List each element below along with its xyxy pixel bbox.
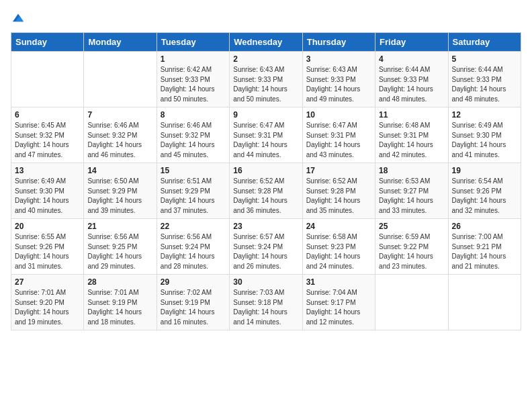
calendar-table: SundayMondayTuesdayWednesdayThursdayFrid… bbox=[11, 32, 521, 330]
day-number: 3 bbox=[306, 54, 371, 64]
calendar-cell: 8Sunrise: 6:46 AMSunset: 9:32 PMDaylight… bbox=[157, 107, 229, 163]
day-info: Sunrise: 6:44 AMSunset: 9:33 PMDaylight:… bbox=[452, 65, 517, 104]
day-number: 9 bbox=[233, 110, 298, 120]
day-info: Sunrise: 6:58 AMSunset: 9:23 PMDaylight:… bbox=[306, 232, 371, 271]
day-info: Sunrise: 6:49 AMSunset: 9:30 PMDaylight:… bbox=[452, 121, 517, 160]
day-info: Sunrise: 6:46 AMSunset: 9:32 PMDaylight:… bbox=[87, 121, 152, 160]
calendar-cell: 14Sunrise: 6:50 AMSunset: 9:29 PMDayligh… bbox=[84, 163, 157, 219]
calendar-cell: 4Sunrise: 6:44 AMSunset: 9:33 PMDaylight… bbox=[375, 52, 448, 107]
column-header-monday: Monday bbox=[84, 33, 157, 52]
day-number: 2 bbox=[233, 54, 298, 64]
column-header-tuesday: Tuesday bbox=[157, 33, 229, 52]
day-info: Sunrise: 6:45 AMSunset: 9:32 PMDaylight:… bbox=[15, 121, 80, 160]
day-info: Sunrise: 6:56 AMSunset: 9:25 PMDaylight:… bbox=[87, 232, 152, 271]
day-info: Sunrise: 6:48 AMSunset: 9:31 PMDaylight:… bbox=[379, 121, 444, 160]
day-number: 14 bbox=[87, 166, 152, 175]
day-info: Sunrise: 6:56 AMSunset: 9:24 PMDaylight:… bbox=[161, 232, 226, 271]
day-number: 8 bbox=[161, 110, 226, 120]
day-number: 26 bbox=[452, 222, 517, 231]
day-info: Sunrise: 6:49 AMSunset: 9:30 PMDaylight:… bbox=[15, 177, 80, 216]
calendar-cell: 20Sunrise: 6:55 AMSunset: 9:26 PMDayligh… bbox=[11, 219, 84, 275]
day-info: Sunrise: 7:01 AMSunset: 9:19 PMDaylight:… bbox=[87, 288, 152, 327]
calendar-cell: 26Sunrise: 7:00 AMSunset: 9:21 PMDayligh… bbox=[448, 219, 521, 275]
day-number: 15 bbox=[161, 166, 226, 175]
day-number: 28 bbox=[87, 277, 152, 287]
day-number: 25 bbox=[379, 222, 444, 231]
calendar-cell bbox=[375, 275, 448, 330]
day-info: Sunrise: 6:44 AMSunset: 9:33 PMDaylight:… bbox=[379, 65, 444, 104]
day-info: Sunrise: 6:46 AMSunset: 9:32 PMDaylight:… bbox=[161, 121, 226, 160]
calendar-cell: 6Sunrise: 6:45 AMSunset: 9:32 PMDaylight… bbox=[11, 107, 84, 163]
calendar-cell: 31Sunrise: 7:04 AMSunset: 9:17 PMDayligh… bbox=[302, 275, 375, 330]
calendar-cell: 23Sunrise: 6:57 AMSunset: 9:24 PMDayligh… bbox=[230, 219, 302, 275]
calendar-cell: 5Sunrise: 6:44 AMSunset: 9:33 PMDaylight… bbox=[448, 52, 521, 107]
column-header-wednesday: Wednesday bbox=[230, 33, 302, 52]
day-number: 16 bbox=[233, 166, 298, 175]
calendar-cell: 1Sunrise: 6:42 AMSunset: 9:33 PMDaylight… bbox=[157, 52, 229, 107]
calendar-cell: 29Sunrise: 7:02 AMSunset: 9:19 PMDayligh… bbox=[157, 275, 229, 330]
calendar-header-row: SundayMondayTuesdayWednesdayThursdayFrid… bbox=[11, 33, 521, 52]
calendar-cell: 28Sunrise: 7:01 AMSunset: 9:19 PMDayligh… bbox=[84, 275, 157, 330]
day-number: 10 bbox=[306, 110, 371, 120]
day-number: 27 bbox=[15, 277, 80, 287]
day-info: Sunrise: 6:52 AMSunset: 9:28 PMDaylight:… bbox=[306, 177, 371, 216]
calendar-cell: 11Sunrise: 6:48 AMSunset: 9:31 PMDayligh… bbox=[375, 107, 448, 163]
day-info: Sunrise: 7:00 AMSunset: 9:21 PMDaylight:… bbox=[452, 232, 517, 271]
day-number: 29 bbox=[161, 277, 226, 287]
day-info: Sunrise: 7:04 AMSunset: 9:17 PMDaylight:… bbox=[306, 288, 371, 327]
calendar-cell: 21Sunrise: 6:56 AMSunset: 9:25 PMDayligh… bbox=[84, 219, 157, 275]
day-number: 6 bbox=[15, 110, 80, 120]
calendar-cell: 12Sunrise: 6:49 AMSunset: 9:30 PMDayligh… bbox=[448, 107, 521, 163]
calendar-week-row: 13Sunrise: 6:49 AMSunset: 9:30 PMDayligh… bbox=[11, 163, 521, 219]
calendar-cell: 18Sunrise: 6:53 AMSunset: 9:27 PMDayligh… bbox=[375, 163, 448, 219]
day-number: 20 bbox=[15, 222, 80, 231]
day-number: 18 bbox=[379, 166, 444, 175]
calendar-cell: 15Sunrise: 6:51 AMSunset: 9:29 PMDayligh… bbox=[157, 163, 229, 219]
day-info: Sunrise: 6:43 AMSunset: 9:33 PMDaylight:… bbox=[233, 65, 298, 104]
calendar-cell: 24Sunrise: 6:58 AMSunset: 9:23 PMDayligh… bbox=[302, 219, 375, 275]
day-info: Sunrise: 7:01 AMSunset: 9:20 PMDaylight:… bbox=[15, 288, 80, 327]
day-info: Sunrise: 6:55 AMSunset: 9:26 PMDaylight:… bbox=[15, 232, 80, 271]
column-header-saturday: Saturday bbox=[448, 33, 521, 52]
day-info: Sunrise: 7:03 AMSunset: 9:18 PMDaylight:… bbox=[233, 288, 298, 327]
logo-icon bbox=[11, 11, 26, 26]
day-info: Sunrise: 6:52 AMSunset: 9:28 PMDaylight:… bbox=[233, 177, 298, 216]
day-info: Sunrise: 6:50 AMSunset: 9:29 PMDaylight:… bbox=[87, 177, 152, 216]
day-info: Sunrise: 6:47 AMSunset: 9:31 PMDaylight:… bbox=[233, 121, 298, 160]
calendar-cell: 3Sunrise: 6:43 AMSunset: 9:33 PMDaylight… bbox=[302, 52, 375, 107]
calendar-week-row: 20Sunrise: 6:55 AMSunset: 9:26 PMDayligh… bbox=[11, 219, 521, 275]
day-info: Sunrise: 7:02 AMSunset: 9:19 PMDaylight:… bbox=[161, 288, 226, 327]
calendar-cell bbox=[448, 275, 521, 330]
day-number: 12 bbox=[452, 110, 517, 120]
day-number: 13 bbox=[15, 166, 80, 175]
day-number: 24 bbox=[306, 222, 371, 231]
day-number: 31 bbox=[306, 277, 371, 287]
day-number: 1 bbox=[161, 54, 226, 64]
calendar-cell: 27Sunrise: 7:01 AMSunset: 9:20 PMDayligh… bbox=[11, 275, 84, 330]
day-info: Sunrise: 6:57 AMSunset: 9:24 PMDaylight:… bbox=[233, 232, 298, 271]
calendar-cell bbox=[11, 52, 84, 107]
day-info: Sunrise: 6:54 AMSunset: 9:26 PMDaylight:… bbox=[452, 177, 517, 216]
logo bbox=[11, 11, 28, 26]
calendar-cell: 7Sunrise: 6:46 AMSunset: 9:32 PMDaylight… bbox=[84, 107, 157, 163]
page-header bbox=[11, 11, 521, 26]
day-info: Sunrise: 6:51 AMSunset: 9:29 PMDaylight:… bbox=[161, 177, 226, 216]
column-header-thursday: Thursday bbox=[302, 33, 375, 52]
day-number: 7 bbox=[87, 110, 152, 120]
calendar-cell: 30Sunrise: 7:03 AMSunset: 9:18 PMDayligh… bbox=[230, 275, 302, 330]
column-header-friday: Friday bbox=[375, 33, 448, 52]
day-number: 17 bbox=[306, 166, 371, 175]
day-number: 4 bbox=[379, 54, 444, 64]
day-number: 22 bbox=[161, 222, 226, 231]
column-header-sunday: Sunday bbox=[11, 33, 84, 52]
day-info: Sunrise: 6:47 AMSunset: 9:31 PMDaylight:… bbox=[306, 121, 371, 160]
calendar-cell: 16Sunrise: 6:52 AMSunset: 9:28 PMDayligh… bbox=[230, 163, 302, 219]
calendar-cell: 9Sunrise: 6:47 AMSunset: 9:31 PMDaylight… bbox=[230, 107, 302, 163]
day-number: 30 bbox=[233, 277, 298, 287]
day-info: Sunrise: 6:42 AMSunset: 9:33 PMDaylight:… bbox=[161, 65, 226, 104]
calendar-week-row: 1Sunrise: 6:42 AMSunset: 9:33 PMDaylight… bbox=[11, 52, 521, 107]
calendar-cell: 2Sunrise: 6:43 AMSunset: 9:33 PMDaylight… bbox=[230, 52, 302, 107]
calendar-week-row: 27Sunrise: 7:01 AMSunset: 9:20 PMDayligh… bbox=[11, 275, 521, 330]
calendar-cell: 10Sunrise: 6:47 AMSunset: 9:31 PMDayligh… bbox=[302, 107, 375, 163]
day-info: Sunrise: 6:59 AMSunset: 9:22 PMDaylight:… bbox=[379, 232, 444, 271]
